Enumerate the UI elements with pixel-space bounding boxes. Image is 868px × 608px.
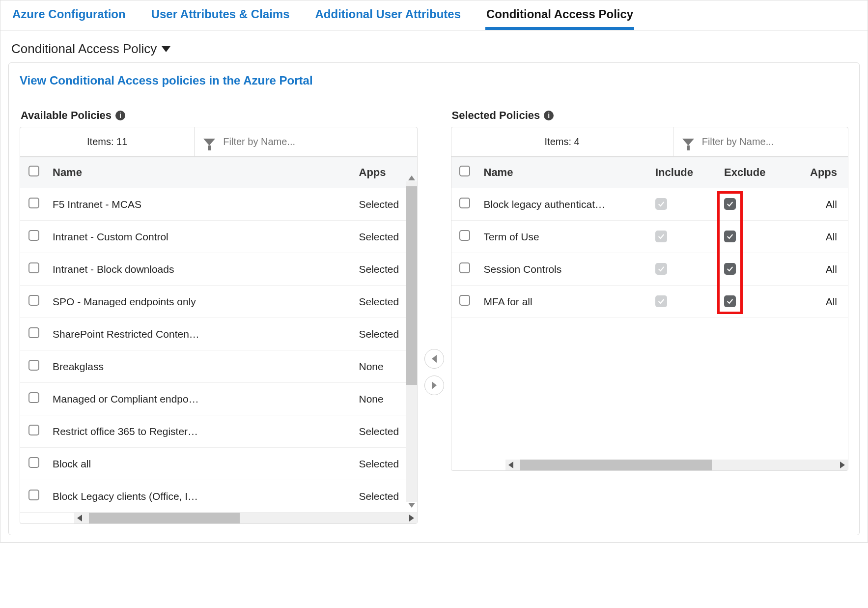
row-checkbox[interactable] <box>28 360 39 371</box>
policy-name: Intranet - Custom Control <box>47 221 353 253</box>
row-checkbox[interactable] <box>28 262 39 273</box>
selected-policies-column: Selected Policies i Items: 4 <box>451 102 849 471</box>
row-checkbox[interactable] <box>28 230 39 241</box>
policy-name: F5 Intranet - MCAS <box>47 188 353 221</box>
table-row[interactable]: Block legacy authenticat…All <box>451 188 848 221</box>
row-checkbox[interactable] <box>28 392 39 403</box>
selected-header-include[interactable]: Include <box>646 157 715 188</box>
include-checkbox[interactable] <box>655 231 667 242</box>
policy-name: MFA for all <box>478 286 647 318</box>
info-icon[interactable]: i <box>544 111 554 120</box>
available-header-name[interactable]: Name <box>47 157 353 188</box>
policy-name: Managed or Compliant endpo… <box>47 383 353 415</box>
section-header[interactable]: Conditional Access Policy <box>0 30 868 59</box>
horizontal-scrollbar[interactable] <box>505 460 848 470</box>
row-checkbox[interactable] <box>28 295 39 306</box>
row-checkbox[interactable] <box>459 198 470 208</box>
table-row[interactable]: MFA for allAll <box>451 286 848 318</box>
selected-items-count: Items: 4 <box>451 127 673 156</box>
policy-name: Term of Use <box>478 221 647 253</box>
table-row[interactable]: Block allSelected <box>20 448 417 480</box>
table-row[interactable]: SharePoint Restricted Conten…Selected <box>20 318 417 350</box>
policy-name: Block all <box>47 448 353 480</box>
available-table: Name Apps F5 Intranet - MCASSelectedIntr… <box>20 157 417 513</box>
table-row[interactable]: Restrict office 365 to Register…Selected <box>20 415 417 448</box>
available-items-count: Items: 11 <box>20 127 195 156</box>
arrow-left-icon <box>432 355 437 363</box>
scroll-up-icon[interactable] <box>408 175 415 180</box>
policy-apps: All <box>784 286 848 318</box>
arrow-right-icon <box>432 381 437 389</box>
policy-name: Restrict office 365 to Register… <box>47 415 353 448</box>
scroll-thumb[interactable] <box>520 460 712 470</box>
row-checkbox[interactable] <box>459 295 470 306</box>
policy-name: Block legacy authenticat… <box>478 188 647 221</box>
scroll-left-icon[interactable] <box>508 462 513 468</box>
row-checkbox[interactable] <box>459 230 470 241</box>
selected-select-all[interactable] <box>459 166 470 176</box>
row-checkbox[interactable] <box>28 457 39 468</box>
row-checkbox[interactable] <box>28 198 39 208</box>
section-title: Conditional Access Policy <box>11 41 157 57</box>
row-checkbox[interactable] <box>28 425 39 435</box>
available-policies-column: Available Policies i Items: 11 <box>20 102 418 524</box>
policy-name: Breakglass <box>47 350 353 383</box>
scroll-left-icon[interactable] <box>77 515 82 521</box>
exclude-checkbox[interactable] <box>724 231 736 242</box>
selected-title: Selected Policies <box>452 109 540 122</box>
scroll-right-icon[interactable] <box>840 462 845 468</box>
horizontal-scrollbar[interactable] <box>74 513 417 523</box>
policy-name: Session Controls <box>478 253 647 286</box>
vertical-scrollbar[interactable] <box>406 181 417 502</box>
table-row[interactable]: Block Legacy clients (Office, I…Selected <box>20 480 417 513</box>
scroll-thumb[interactable] <box>406 186 417 385</box>
include-checkbox[interactable] <box>655 295 667 307</box>
selected-table: Name Include Exclude Apps Block legacy a… <box>451 157 848 318</box>
selected-filter-input[interactable] <box>701 136 839 148</box>
filter-icon <box>203 139 215 145</box>
scroll-thumb[interactable] <box>89 513 240 523</box>
azure-portal-link[interactable]: View Conditional Access policies in the … <box>20 74 848 87</box>
tab-azure-configuration[interactable]: Azure Configuration <box>11 0 127 30</box>
policies-panel: View Conditional Access policies in the … <box>8 62 860 535</box>
available-filter-input[interactable] <box>222 136 408 148</box>
table-row[interactable]: Session ControlsAll <box>451 253 848 286</box>
table-row[interactable]: BreakglassNone <box>20 350 417 383</box>
exclude-checkbox[interactable] <box>724 295 736 307</box>
move-right-button[interactable] <box>424 376 444 395</box>
filter-icon <box>682 139 694 145</box>
row-checkbox[interactable] <box>28 490 39 500</box>
scroll-right-icon[interactable] <box>409 515 414 521</box>
selected-header-apps[interactable]: Apps <box>784 157 848 188</box>
tab-additional-user-attributes[interactable]: Additional User Attributes <box>314 0 462 30</box>
available-title: Available Policies <box>21 109 112 122</box>
tab-user-attributes-claims[interactable]: User Attributes & Claims <box>150 0 291 30</box>
table-row[interactable]: Intranet - Custom ControlSelected <box>20 221 417 253</box>
policy-name: SharePoint Restricted Conten… <box>47 318 353 350</box>
policy-apps: All <box>784 221 848 253</box>
policy-name: Intranet - Block downloads <box>47 253 353 286</box>
table-row[interactable]: SPO - Managed endpoints onlySelected <box>20 286 417 318</box>
info-icon[interactable]: i <box>115 111 125 120</box>
include-checkbox[interactable] <box>655 198 667 210</box>
table-row[interactable]: Term of UseAll <box>451 221 848 253</box>
table-row[interactable]: Intranet - Block downloadsSelected <box>20 253 417 286</box>
scroll-down-icon[interactable] <box>408 503 415 508</box>
table-row[interactable]: Managed or Compliant endpo…None <box>20 383 417 415</box>
row-checkbox[interactable] <box>28 327 39 338</box>
policy-apps: All <box>784 253 848 286</box>
policy-name: Block Legacy clients (Office, I… <box>47 480 353 513</box>
exclude-checkbox[interactable] <box>724 198 736 210</box>
move-left-button[interactable] <box>424 349 444 369</box>
row-checkbox[interactable] <box>459 262 470 273</box>
include-checkbox[interactable] <box>655 263 667 275</box>
tab-conditional-access-policy[interactable]: Conditional Access Policy <box>485 0 634 30</box>
policy-apps: All <box>784 188 848 221</box>
table-row[interactable]: F5 Intranet - MCASSelected <box>20 188 417 221</box>
selected-header-exclude[interactable]: Exclude <box>715 157 784 188</box>
available-select-all[interactable] <box>28 166 39 176</box>
exclude-checkbox[interactable] <box>724 263 736 275</box>
policy-name: SPO - Managed endpoints only <box>47 286 353 318</box>
selected-header-name[interactable]: Name <box>478 157 647 188</box>
tab-bar: Azure Configuration User Attributes & Cl… <box>0 0 868 30</box>
